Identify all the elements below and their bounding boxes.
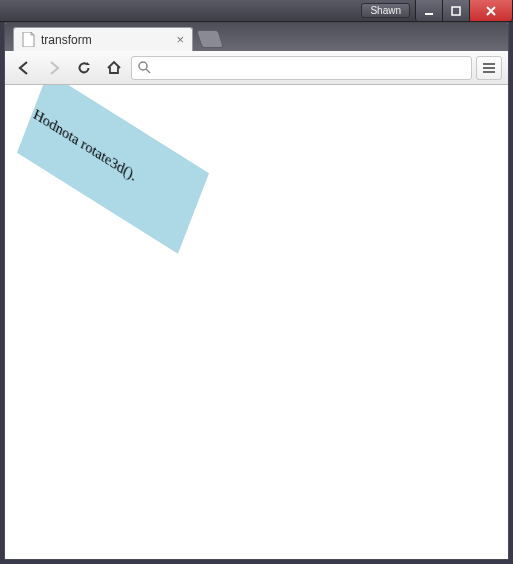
window-minimize-icon bbox=[424, 6, 434, 16]
demo-box-text: Hodnota rotate3d(). bbox=[31, 106, 138, 184]
menu-icon bbox=[482, 62, 496, 74]
user-badge[interactable]: Shawn bbox=[361, 3, 410, 18]
svg-rect-4 bbox=[483, 63, 495, 65]
home-icon bbox=[106, 60, 122, 76]
window-close-button[interactable] bbox=[469, 0, 513, 21]
file-icon bbox=[22, 32, 35, 47]
address-bar[interactable] bbox=[131, 56, 472, 80]
svg-rect-1 bbox=[452, 7, 460, 15]
window-titlebar: Shawn bbox=[0, 0, 513, 22]
tab-close-button[interactable]: × bbox=[176, 33, 184, 46]
window-maximize-icon bbox=[451, 6, 461, 16]
svg-point-2 bbox=[139, 62, 147, 70]
reload-button[interactable] bbox=[71, 55, 97, 81]
reload-icon bbox=[76, 60, 92, 76]
svg-rect-5 bbox=[483, 67, 495, 69]
toolbar bbox=[5, 51, 508, 85]
new-tab-button[interactable] bbox=[196, 30, 224, 48]
back-icon bbox=[16, 60, 32, 76]
tab-transform[interactable]: transform × bbox=[13, 27, 193, 51]
forward-icon bbox=[46, 60, 62, 76]
tab-title: transform bbox=[41, 33, 92, 47]
window-minimize-button[interactable] bbox=[415, 0, 443, 21]
address-input[interactable] bbox=[157, 59, 465, 76]
tab-strip: transform × bbox=[5, 23, 508, 51]
svg-rect-6 bbox=[483, 71, 495, 73]
rotate3d-demo-box: Hodnota rotate3d(). bbox=[17, 85, 209, 254]
window-maximize-button[interactable] bbox=[442, 0, 470, 21]
window-close-icon bbox=[485, 5, 497, 17]
forward-button[interactable] bbox=[41, 55, 67, 81]
svg-rect-0 bbox=[425, 13, 433, 15]
menu-button[interactable] bbox=[476, 56, 502, 80]
browser-window: transform × Hodn bbox=[4, 22, 509, 560]
back-button[interactable] bbox=[11, 55, 37, 81]
search-icon bbox=[138, 61, 151, 74]
home-button[interactable] bbox=[101, 55, 127, 81]
svg-line-3 bbox=[146, 69, 150, 73]
page-viewport: Hodnota rotate3d(). bbox=[5, 85, 508, 559]
